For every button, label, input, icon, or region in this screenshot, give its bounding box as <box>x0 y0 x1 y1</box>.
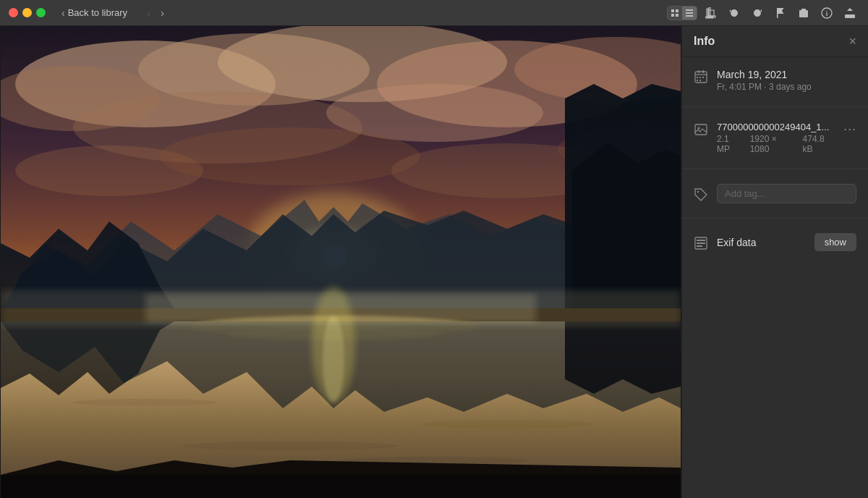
svg-rect-3 <box>676 14 678 17</box>
toolbar: i <box>667 5 859 21</box>
info-icon[interactable]: i <box>817 5 836 21</box>
exif-icon <box>694 237 708 250</box>
view-toggle-left[interactable] <box>668 7 682 20</box>
exif-row: Exif data show <box>694 233 856 251</box>
date-info: March 19, 2021 Fr, 4:01 PM · 3 days ago <box>717 69 812 92</box>
svg-rect-5 <box>686 12 693 14</box>
svg-point-25 <box>160 127 420 185</box>
divider-3 <box>682 218 868 219</box>
rotate-right-icon[interactable] <box>748 5 767 21</box>
photo-viewer <box>0 26 681 498</box>
svg-rect-56 <box>697 80 698 81</box>
file-megapixels: 2.1 MP <box>717 134 743 154</box>
svg-rect-64 <box>697 245 702 247</box>
main-area: Info × <box>0 26 868 498</box>
date-row: March 19, 2021 Fr, 4:01 PM · 3 days ago <box>694 69 856 92</box>
file-info-row: 770000000000249404_1... 2.1 MP 1920 × 10… <box>694 122 856 154</box>
maximize-button[interactable] <box>36 8 46 17</box>
share-icon[interactable] <box>841 5 859 21</box>
svg-rect-57 <box>699 80 701 81</box>
svg-rect-63 <box>697 242 705 244</box>
file-info-main: 770000000000249404_1... 2.1 MP 1920 × 10… <box>717 122 835 154</box>
svg-point-42 <box>73 399 218 406</box>
exif-label: Exif data <box>717 237 806 248</box>
svg-point-59 <box>698 127 700 130</box>
photo-canvas <box>1 26 681 498</box>
svg-rect-0 <box>671 9 674 12</box>
svg-rect-53 <box>697 77 698 78</box>
svg-rect-51 <box>698 70 699 73</box>
svg-point-43 <box>420 420 594 429</box>
svg-rect-6 <box>686 15 693 17</box>
back-to-library-button[interactable]: ‹ Back to library <box>57 6 132 20</box>
svg-rect-1 <box>676 9 678 12</box>
svg-rect-58 <box>695 124 707 135</box>
minimize-button[interactable] <box>22 8 32 17</box>
svg-rect-7 <box>799 10 808 17</box>
svg-rect-4 <box>686 9 693 11</box>
file-options-button[interactable]: ··· <box>843 122 856 137</box>
nav-forward-icon[interactable]: › <box>157 5 168 20</box>
crop-icon[interactable] <box>702 5 720 21</box>
rotate-left-icon[interactable] <box>725 5 744 21</box>
view-toggle <box>667 6 697 20</box>
back-label: Back to library <box>68 7 127 18</box>
svg-point-60 <box>697 190 699 192</box>
file-dimensions: 1920 × 1080 <box>750 134 796 154</box>
svg-rect-55 <box>702 77 704 78</box>
tag-input[interactable] <box>717 184 856 203</box>
divider-1 <box>682 106 868 107</box>
info-panel: Info × <box>681 26 868 498</box>
info-panel-title: Info <box>694 35 715 48</box>
back-chevron-icon: ‹ <box>61 7 65 19</box>
info-close-button[interactable]: × <box>848 35 856 48</box>
divider-2 <box>682 169 868 169</box>
svg-point-44 <box>182 442 399 450</box>
svg-rect-10 <box>845 14 855 18</box>
calendar-icon <box>694 70 708 83</box>
titlebar: ‹ Back to library ‹ › <box>0 0 868 26</box>
file-size: 474.8 kB <box>803 134 835 154</box>
flag-icon[interactable] <box>771 5 790 21</box>
svg-point-47 <box>323 316 344 402</box>
file-name: 770000000000249404_1... <box>717 122 835 132</box>
nav-back-icon[interactable]: ‹ <box>143 5 154 20</box>
tag-row <box>694 184 856 203</box>
nav-arrows: ‹ › <box>143 5 168 20</box>
svg-rect-48 <box>1 475 681 498</box>
close-button[interactable] <box>9 8 18 17</box>
svg-rect-2 <box>671 14 674 17</box>
trash-icon[interactable] <box>794 5 813 21</box>
traffic-lights <box>9 8 46 17</box>
tag-icon <box>694 188 708 201</box>
view-toggle-right[interactable] <box>682 7 697 20</box>
file-meta: 2.1 MP 1920 × 1080 474.8 kB <box>717 134 835 154</box>
info-panel-content: March 19, 2021 Fr, 4:01 PM · 3 days ago … <box>682 57 868 263</box>
exif-show-button[interactable]: show <box>814 233 856 251</box>
svg-rect-62 <box>697 240 705 241</box>
svg-rect-52 <box>702 70 704 73</box>
svg-marker-31 <box>572 142 681 316</box>
info-panel-header: Info × <box>682 26 868 57</box>
date-secondary: Fr, 4:01 PM · 3 days ago <box>717 82 812 92</box>
image-icon <box>694 123 708 136</box>
svg-text:i: i <box>826 10 828 17</box>
date-primary: March 19, 2021 <box>717 69 812 80</box>
svg-rect-54 <box>699 77 701 78</box>
